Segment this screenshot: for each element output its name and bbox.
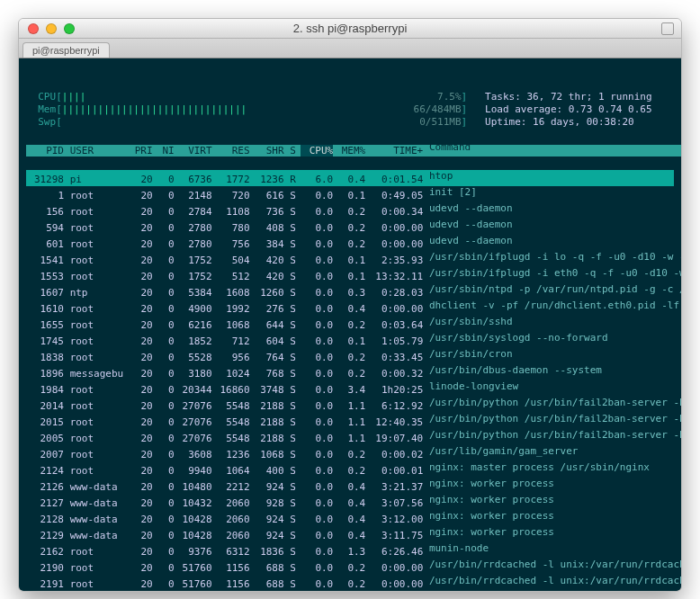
- tabbar: pi@raspberrypi: [19, 39, 681, 58]
- table-row[interactable]: 2190 root200517601156688 S0.00.20:00.00 …: [26, 559, 674, 575]
- blank-line: [26, 129, 32, 140]
- table-row[interactable]: 1984 root20020344168603748 S0.03.41h20:2…: [26, 380, 674, 397]
- table-row[interactable]: 2124 root20099401064400 S0.00.20:00.01 n…: [26, 461, 674, 478]
- table-row[interactable]: 1541 root2001752504420 S0.00.12:35.93 /u…: [26, 251, 674, 267]
- titlebar: 2. ssh pi@raspberrypi: [19, 19, 681, 39]
- table-row[interactable]: 1838 root2005528956764 S0.00.20:33.45 /u…: [26, 348, 674, 364]
- table-row[interactable]: 2162 root200937663121836 S0.01.36:26.46 …: [26, 542, 674, 559]
- column-header-row[interactable]: PID USERPRINIVIRTRESSHR SCPU%MEM%TIME+ C…: [26, 141, 674, 157]
- table-row[interactable]: 1745 root2001852712604 S0.00.11:05.79 /u…: [26, 332, 674, 348]
- table-row[interactable]: 1553 root2001752512420 S0.00.113:32.11 /…: [26, 267, 674, 283]
- table-row[interactable]: 31298 pi200673617721236 R6.00.40:01.54 h…: [26, 170, 674, 186]
- table-row[interactable]: 2129 www-data200104282060924 S0.00.43:11…: [26, 526, 674, 542]
- load-line: Load average: 0.73 0.74 0.65: [485, 103, 651, 115]
- terminal-body[interactable]: CPU[|||| 7.5%] Tasks: 36, 72 thr; 1 runn…: [19, 58, 681, 591]
- table-row[interactable]: 2007 root200360812361068 S0.00.20:00.02 …: [26, 445, 674, 461]
- mem-meter: Mem[||||||||||||||||||||||||||||||| 66/4…: [26, 103, 467, 115]
- table-row[interactable]: 1 root2002148720616 S0.00.10:49.05 init …: [26, 186, 674, 202]
- cpu-meter: CPU[|||| 7.5%]: [26, 91, 467, 103]
- table-row[interactable]: 2128 www-data200104282060924 S0.00.43:12…: [26, 510, 674, 526]
- table-row[interactable]: 2126 www-data200104802212924 S0.00.43:21…: [26, 478, 674, 494]
- table-row[interactable]: 2191 root200517601156688 S0.00.20:00.00 …: [26, 575, 674, 591]
- table-row[interactable]: 1610 root20049001992276 S0.00.40:00.00 d…: [26, 300, 674, 316]
- table-row[interactable]: 156 root20027841108736 S0.00.20:00.34 ud…: [26, 202, 674, 219]
- table-row[interactable]: 2005 root2002707655482188 S0.01.119:07.4…: [26, 429, 674, 445]
- uptime-line: Uptime: 16 days, 00:38:20: [485, 116, 634, 128]
- fullscreen-icon[interactable]: [661, 22, 674, 35]
- process-list: 31298 pi200673617721236 R6.00.40:01.54 h…: [26, 170, 674, 591]
- swp-meter: Swp[ 0/511MB]: [26, 116, 467, 128]
- tab-session[interactable]: pi@raspberrypi: [22, 42, 110, 58]
- tasks-line: Tasks: 36, 72 thr; 1 running: [485, 91, 651, 103]
- table-row[interactable]: 2014 root2002707655482188 S0.01.16:12.92…: [26, 397, 674, 413]
- terminal-window: 2. ssh pi@raspberrypi pi@raspberrypi CPU…: [18, 18, 682, 592]
- table-row[interactable]: 1655 root20062161068644 S0.00.20:03.64 /…: [26, 316, 674, 332]
- table-row[interactable]: 1607 ntp200538416081260 S0.00.30:28.03 /…: [26, 283, 674, 300]
- table-row[interactable]: 594 root2002780780408 S0.00.20:00.00 ude…: [26, 219, 674, 235]
- table-row[interactable]: 601 root2002780756384 S0.00.20:00.00 ude…: [26, 235, 674, 251]
- window-title: 2. ssh pi@raspberrypi: [19, 22, 681, 35]
- table-row[interactable]: 1896 messagebu20031801024768 S0.00.20:00…: [26, 364, 674, 380]
- table-row[interactable]: 2015 root2002707655482188 S0.01.112:40.3…: [26, 413, 674, 429]
- table-row[interactable]: 2127 www-data200104322060928 S0.00.43:07…: [26, 494, 674, 510]
- blank-line: [26, 78, 32, 90]
